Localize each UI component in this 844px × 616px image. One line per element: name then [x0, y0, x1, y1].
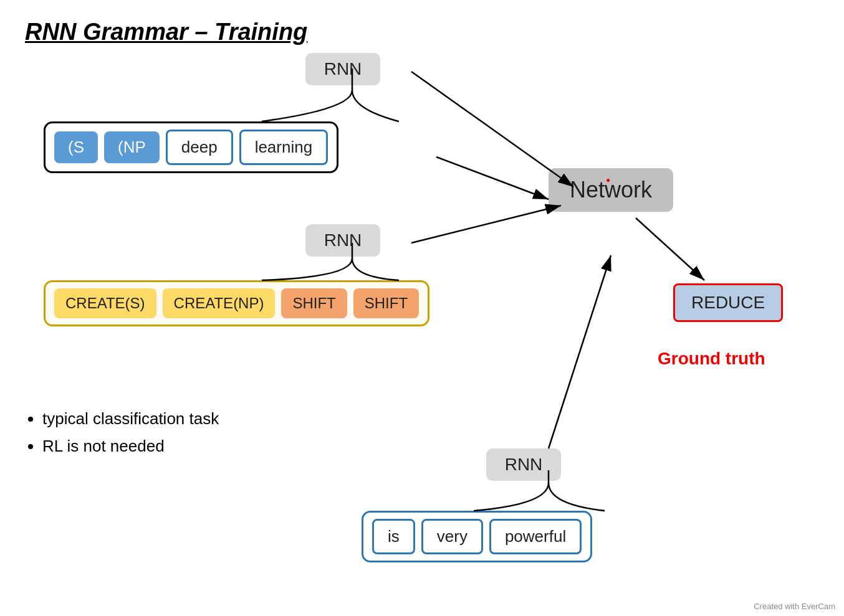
svg-line-6: [636, 218, 704, 280]
bullet-2: RL is not needed: [42, 432, 219, 460]
rnn-mid-box: RNN: [305, 224, 380, 257]
token-powerful: powerful: [489, 519, 582, 554]
network-box: Netw●ork: [549, 168, 673, 212]
svg-line-7: [549, 255, 611, 448]
action-shift-1: SHIFT: [281, 288, 347, 318]
bullet-1: typical classification task: [42, 405, 219, 432]
ground-truth-label: Ground truth: [658, 349, 765, 369]
rnn-bot-box: RNN: [486, 448, 561, 481]
svg-line-3: [436, 157, 549, 199]
rnn-top-box: RNN: [305, 53, 380, 85]
watermark: Created with EverCam: [754, 602, 835, 611]
token-is: is: [372, 519, 415, 554]
action-create-np: CREATE(NP): [163, 288, 276, 318]
action-create-s: CREATE(S): [54, 288, 156, 318]
bullet-list: typical classification task RL is not ne…: [25, 405, 219, 460]
svg-line-5: [411, 206, 561, 243]
token-deep: deep: [166, 130, 233, 165]
reduce-box: REDUCE: [673, 283, 783, 322]
bracket-top: (S (NP deep learning: [44, 121, 338, 173]
token-S: (S: [54, 131, 98, 163]
slide-title: RNN Grammar – Training: [25, 19, 819, 45]
token-NP: (NP: [104, 131, 160, 163]
action-shift-2: SHIFT: [353, 288, 419, 318]
bracket-bot: is very powerful: [362, 511, 592, 562]
token-very: very: [421, 519, 483, 554]
bracket-mid: CREATE(S) CREATE(NP) SHIFT SHIFT: [44, 280, 429, 326]
token-learning: learning: [239, 130, 328, 165]
